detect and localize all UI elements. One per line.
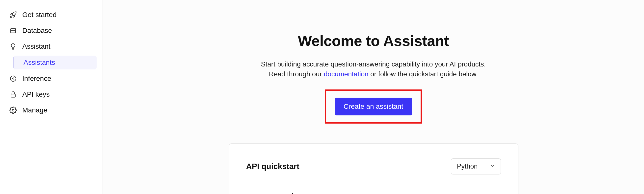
- language-select[interactable]: Python: [451, 158, 500, 175]
- subtitle-line1: Start building accurate question-answeri…: [261, 59, 486, 69]
- sidebar-item-database[interactable]: Database: [6, 24, 96, 37]
- sidebar-item-manage[interactable]: Manage: [6, 103, 96, 117]
- quickstart-step: Get your API key Securely access our API…: [246, 192, 501, 194]
- svg-point-2: [10, 76, 16, 82]
- rocket-icon: [10, 11, 17, 18]
- sidebar-subitem-assistants[interactable]: Assistants: [14, 56, 96, 69]
- lightbulb-icon: [10, 43, 17, 50]
- subtitle-line2: Read through our documentation or follow…: [261, 69, 486, 79]
- chevron-down-icon: [490, 163, 495, 170]
- page-subtitle: Start building accurate question-answeri…: [261, 59, 486, 79]
- bolt-icon: [10, 75, 17, 82]
- quickstart-title: API quickstart: [246, 162, 300, 171]
- sidebar-item-inference[interactable]: Inference: [6, 72, 96, 85]
- sidebar: Get started Database Assistant Assistant…: [0, 0, 103, 194]
- sidebar-item-assistant[interactable]: Assistant: [6, 40, 96, 53]
- create-assistant-button[interactable]: Create an assistant: [335, 97, 412, 115]
- sidebar-item-label: Assistant: [22, 43, 50, 50]
- subtitle-pre: Read through our: [269, 70, 324, 78]
- sidebar-item-label: Database: [22, 27, 52, 34]
- subtitle-post: or follow the quickstart guide below.: [368, 70, 478, 78]
- sidebar-item-label: API keys: [22, 91, 50, 98]
- sidebar-item-get-started[interactable]: Get started: [6, 8, 96, 21]
- step-title: Get your API key: [246, 192, 501, 194]
- documentation-link[interactable]: documentation: [324, 70, 368, 78]
- sidebar-item-label: Get started: [22, 11, 57, 18]
- database-icon: [10, 27, 17, 34]
- svg-point-4: [12, 109, 14, 111]
- language-selected: Python: [457, 163, 478, 170]
- sidebar-subitem-label: Assistants: [24, 59, 55, 67]
- quickstart-card: API quickstart Python Get your API key S…: [228, 143, 518, 194]
- highlight-box: Create an assistant: [325, 90, 422, 124]
- page-title: Welcome to Assistant: [298, 32, 449, 49]
- quickstart-header: API quickstart Python: [246, 158, 501, 175]
- sidebar-item-label: Manage: [22, 107, 47, 114]
- sidebar-item-label: Inference: [22, 75, 51, 82]
- sidebar-item-api-keys[interactable]: API keys: [6, 88, 96, 101]
- gear-icon: [10, 106, 17, 114]
- svg-rect-3: [11, 94, 15, 97]
- lock-icon: [10, 91, 17, 98]
- main-content: Welcome to Assistant Start building accu…: [103, 0, 644, 194]
